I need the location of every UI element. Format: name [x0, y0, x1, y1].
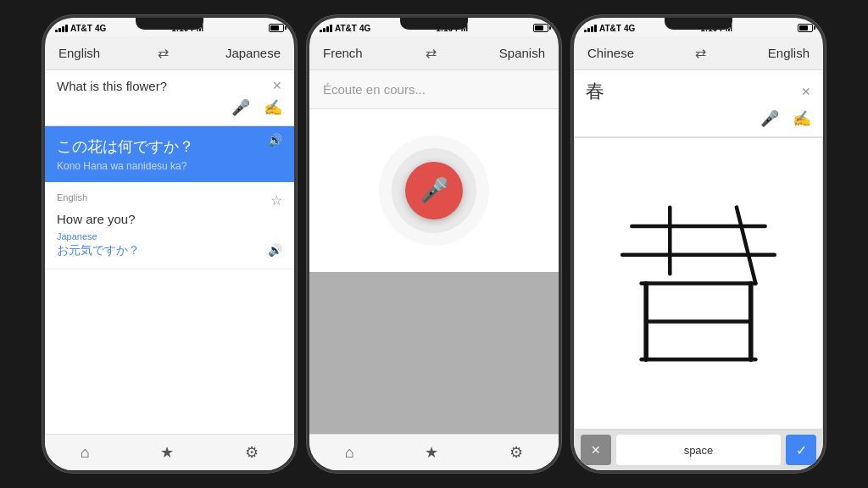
close-btn-1[interactable]: ✕	[272, 79, 282, 92]
battery-1	[269, 24, 284, 32]
drawing-pad-3[interactable]	[574, 137, 823, 430]
status-right-3	[798, 24, 813, 32]
history-speaker-1[interactable]: 🔊	[268, 243, 282, 258]
history-translated-text-1: お元気ですか？	[57, 243, 140, 258]
status-left-1: AT&T 4G	[55, 24, 106, 33]
mic-button-2[interactable]: 🎤	[405, 162, 463, 219]
time-3: 1:10 PM	[700, 24, 732, 33]
star-icon-1[interactable]: ☆	[270, 192, 282, 208]
confirm-btn-3[interactable]: ✓	[786, 435, 816, 465]
nav-home-1[interactable]: ⌂	[81, 444, 90, 462]
nav-star-1[interactable]: ★	[160, 443, 174, 462]
status-bar-1: AT&T 4G 1:10 PM	[45, 18, 294, 36]
listening-input-2: Écoute en cours...	[309, 70, 559, 109]
to-lang-btn-2[interactable]: Spanish	[499, 46, 545, 60]
history-lang-1: English ☆	[57, 192, 282, 208]
swap-icon-1[interactable]: ⇄	[158, 45, 169, 61]
space-btn-3[interactable]: space	[616, 435, 781, 465]
draw-icon-3[interactable]: ✍	[793, 109, 811, 128]
listening-area-2: Écoute en cours... 🎤	[309, 70, 559, 434]
carrier-3: AT&T	[599, 24, 621, 33]
status-bar-2: AT&T 4G 1:10 PM	[309, 18, 559, 36]
translation-result-1: 🔊 この花は何ですか？ Kono Hana wa nanidesu ka?	[45, 126, 294, 182]
input-text-1: What is this flower?	[57, 79, 272, 93]
status-right-2	[533, 24, 548, 32]
status-left-3: AT&T 4G	[584, 24, 635, 33]
mic-icon-3[interactable]: 🎤	[760, 109, 779, 128]
nav-home-2[interactable]: ⌂	[345, 444, 354, 462]
network-2: 4G	[359, 24, 370, 33]
battery-3	[798, 24, 813, 32]
draw-icon-1[interactable]: ✍	[264, 98, 282, 117]
phone-1: AT&T 4G 1:10 PM English ⇄ Japanese What …	[42, 15, 297, 473]
phone-3: AT&T 4G 1:10 PM Chinese ⇄ English 春 ✕ 🎤 …	[571, 15, 826, 473]
close-btn-3[interactable]: ✕	[801, 85, 811, 98]
phone-2: AT&T 4G 1:10 PM French ⇄ Spanish Écoute …	[307, 15, 561, 473]
bottom-nav-2: ⌂ ★ ⚙	[309, 434, 559, 470]
nav-star-2[interactable]: ★	[425, 443, 438, 462]
nav-settings-2[interactable]: ⚙	[509, 443, 523, 462]
gray-bottom-2	[309, 272, 559, 435]
to-lang-btn-1[interactable]: Japanese	[225, 46, 281, 60]
signal-bars-2	[320, 25, 332, 32]
listening-text-2: Écoute en cours...	[323, 82, 545, 97]
phone-body-2: Écoute en cours... 🎤 ⌂ ★ ⚙	[309, 70, 559, 470]
mic-ripple-2: 🎤	[392, 148, 476, 233]
signal-bars-1	[55, 25, 68, 32]
network-1: 4G	[95, 24, 106, 33]
swap-icon-2[interactable]: ⇄	[426, 45, 437, 61]
lang-bar-3: Chinese ⇄ English	[574, 36, 823, 70]
history-item-1: English ☆ How are you? Japanese お元気ですか？ …	[45, 182, 294, 269]
signal-bars-3	[584, 25, 597, 32]
status-left-2: AT&T 4G	[320, 24, 370, 33]
history-translated-lang-1: Japanese	[57, 231, 282, 241]
phone-body-1: What is this flower? ✕ 🎤 ✍ 🔊 この花は何ですか？ K…	[45, 70, 294, 470]
speaker-btn-1[interactable]: 🔊	[268, 133, 282, 147]
history-translation-1: お元気ですか？ 🔊	[57, 243, 282, 258]
time-2: 1:10 PM	[436, 24, 468, 33]
translated-text-1: この花は何ですか？	[57, 136, 282, 157]
status-right-1	[269, 24, 284, 32]
from-lang-btn-2[interactable]: French	[323, 46, 363, 60]
input-area-1: What is this flower? ✕ 🎤 ✍	[45, 70, 294, 126]
history-from-lang-1: English	[57, 192, 87, 208]
history-original-1: How are you?	[57, 212, 282, 226]
lang-bar-1: English ⇄ Japanese	[45, 36, 294, 70]
carrier-1: AT&T	[70, 24, 92, 33]
handwriting-svg-3	[575, 138, 822, 429]
lang-bar-2: French ⇄ Spanish	[309, 36, 559, 70]
from-lang-btn-1[interactable]: English	[58, 46, 100, 60]
status-bar-3: AT&T 4G 1:10 PM	[574, 18, 823, 36]
time-1: 1:10 PM	[171, 24, 203, 33]
history-section-1: English ☆ How are you? Japanese お元気ですか？ …	[45, 182, 294, 434]
network-3: 4G	[624, 24, 635, 33]
swap-icon-3[interactable]: ⇄	[695, 45, 706, 61]
phone-body-3: 春 ✕ 🎤 ✍	[574, 70, 823, 470]
battery-2	[533, 24, 548, 32]
to-lang-btn-3[interactable]: English	[768, 46, 810, 60]
delete-btn-3[interactable]: ✕	[581, 435, 611, 465]
from-lang-btn-3[interactable]: Chinese	[587, 46, 634, 60]
mic-icon-1[interactable]: 🎤	[231, 98, 250, 117]
carrier-2: AT&T	[335, 24, 357, 33]
char-input-area-3: 春 ✕ 🎤 ✍	[574, 70, 823, 137]
keyboard-bottom-3: ✕ space ✓	[574, 430, 823, 470]
bottom-nav-1: ⌂ ★ ⚙	[45, 434, 294, 470]
nav-settings-1[interactable]: ⚙	[245, 443, 259, 462]
transliteration-1: Kono Hana wa nanidesu ka?	[57, 160, 282, 172]
char-text-3: 春	[586, 79, 604, 104]
mic-circle-area-2: 🎤	[309, 109, 559, 272]
